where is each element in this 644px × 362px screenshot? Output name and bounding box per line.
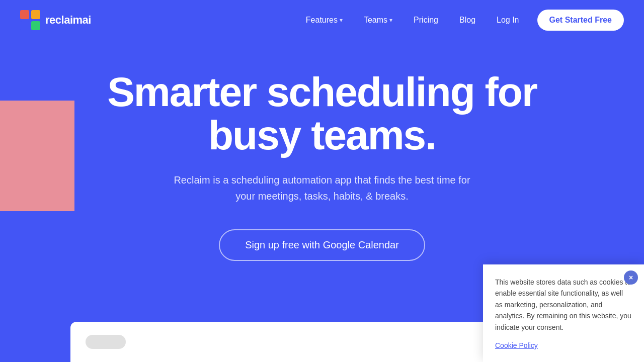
nav-features[interactable]: Features ▾: [298, 11, 351, 30]
hero-subtitle: Reclaim is a scheduling automation app t…: [166, 172, 478, 204]
decorative-square: [0, 101, 74, 211]
logo-icon: [20, 10, 40, 30]
svg-rect-3: [31, 21, 40, 30]
nav-blog[interactable]: Blog: [451, 11, 484, 30]
svg-rect-0: [20, 10, 29, 19]
nav-pricing[interactable]: Pricing: [406, 11, 446, 30]
cookie-close-button[interactable]: ×: [624, 270, 638, 285]
nav-links: Features ▾ Teams ▾ Pricing Blog Log In G…: [298, 10, 624, 31]
cookie-text: This website stores data such as cookies…: [495, 277, 632, 333]
features-chevron-icon: ▾: [340, 17, 343, 24]
svg-rect-1: [31, 10, 40, 19]
logo[interactable]: reclaimai: [20, 10, 91, 30]
svg-rect-2: [20, 21, 29, 30]
navbar: reclaimai Features ▾ Teams ▾ Pricing Blo…: [0, 0, 644, 40]
preview-pill: [86, 335, 126, 349]
get-started-button[interactable]: Get Started Free: [537, 10, 624, 31]
hero-section: Smarter scheduling for busy teams. Recla…: [0, 40, 644, 281]
cookie-banner: × This website stores data such as cooki…: [483, 264, 644, 362]
hero-title: Smarter scheduling for busy teams.: [96, 70, 548, 157]
cookie-policy-link[interactable]: Cookie Policy: [495, 341, 538, 349]
brand-name: reclaimai: [45, 14, 91, 27]
google-signup-button[interactable]: Sign up free with Google Calendar: [219, 229, 425, 261]
nav-login[interactable]: Log In: [489, 11, 527, 30]
teams-chevron-icon: ▾: [389, 17, 392, 24]
nav-teams[interactable]: Teams ▾: [356, 11, 400, 30]
